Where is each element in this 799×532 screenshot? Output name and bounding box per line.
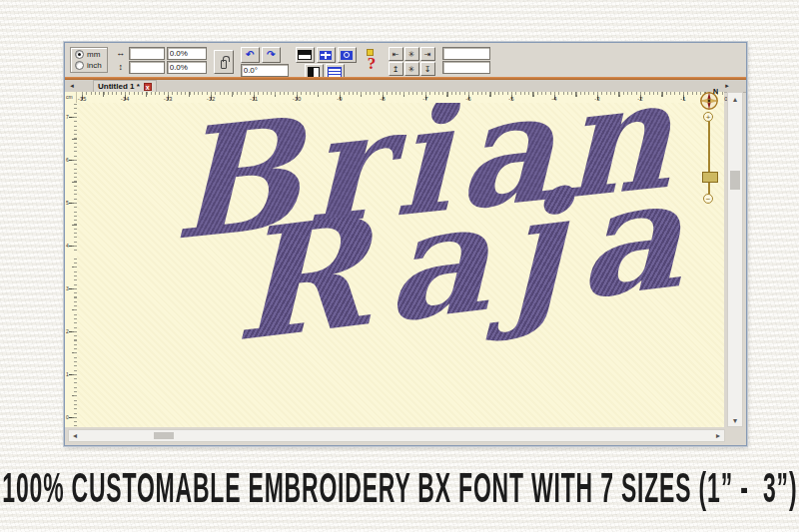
h-ruler-label: -2 (637, 96, 642, 102)
height-icon: ↕ (115, 61, 127, 74)
lock-icon (221, 60, 227, 69)
tab-scroll-left-icon[interactable]: ◂ (67, 81, 77, 91)
h-ruler-label: -12 (207, 96, 216, 102)
position-fields-group (442, 47, 490, 74)
undo-button[interactable]: ↶ (241, 47, 260, 63)
v-ruler: 76543210 (65, 103, 77, 427)
horizontal-scrollbar-thumb[interactable] (154, 432, 174, 439)
h-ruler-label: -13 (164, 96, 173, 102)
caption-text: 100% CUSTOMABLE EMBROIDERY BX FONT WITH … (2, 464, 797, 512)
width-input[interactable] (129, 47, 165, 60)
page-background: mm inch ↔ ↕ (0, 0, 799, 532)
radio-unchecked-icon (75, 61, 84, 70)
h-ruler-label: -1 (680, 96, 685, 102)
alignment-group: ⇤ ✳ ⇥ ↥ ✳ ↧ (389, 47, 435, 76)
question-mark-icon: ? (368, 54, 377, 74)
vertical-scrollbar-thumb[interactable] (730, 171, 740, 190)
contrast-view-button[interactable] (296, 47, 315, 63)
unit-mm-radio[interactable]: mm (75, 50, 102, 59)
zoom-slider-track[interactable] (708, 121, 710, 195)
zoom-out-icon[interactable]: − (703, 194, 713, 204)
ruler-unit-label: cm (65, 92, 77, 103)
v-ruler-label: 3 (66, 285, 69, 291)
lines-icon (328, 67, 342, 78)
v-ruler-label: 1 (66, 371, 69, 377)
move-arrows-icon (320, 51, 332, 60)
position-y-input[interactable] (442, 61, 490, 74)
tab-close-icon[interactable]: x (144, 83, 152, 91)
h-ruler-label: -11 (250, 96, 258, 102)
undo-rotate-group: ↶ ↷ (241, 47, 289, 77)
size-fields-group: ↔ ↕ (115, 47, 207, 74)
compass-north-label: N (713, 88, 718, 95)
tab-label: Untitled 1 * (98, 82, 140, 91)
position-x-input[interactable] (442, 47, 490, 60)
h-ruler-label: -4 (551, 96, 556, 102)
align-center-v-button[interactable]: ✳ (404, 62, 419, 76)
align-left-button[interactable]: ⇤ (389, 47, 403, 61)
height-scale-input[interactable] (167, 61, 207, 74)
h-ruler-label: -8 (380, 96, 385, 102)
half-square-icon (308, 67, 320, 78)
h-ruler: -15-14-13-12-11-10-9-8-7-6-5-4-3-2-10 (77, 92, 724, 103)
scroll-down-icon[interactable]: ▾ (728, 414, 742, 426)
caption-banner: 100% CUSTOMABLE EMBROIDERY BX FONT WITH … (0, 463, 799, 513)
h-ruler-label: -7 (422, 96, 427, 102)
h-ruler-label: -9 (337, 96, 342, 102)
zoom-selection-button[interactable] (338, 47, 357, 63)
h-ruler-label: -3 (594, 96, 599, 102)
tab-untitled-1[interactable]: Untitled 1 * x (93, 80, 157, 92)
align-top-button[interactable]: ↥ (389, 62, 403, 76)
fit-window-button[interactable] (317, 47, 336, 63)
align-center-h-button[interactable]: ✳ (404, 47, 419, 61)
v-ruler-label: 0 (66, 414, 69, 420)
align-bottom-button[interactable]: ↧ (420, 62, 435, 76)
v-ruler-label: 4 (66, 243, 69, 249)
v-ruler-label: 6 (66, 157, 69, 163)
unit-inch-radio[interactable]: inch (75, 61, 102, 70)
scroll-left-icon[interactable]: ◂ (69, 430, 81, 441)
h-ruler-label: -15 (78, 96, 87, 102)
radio-checked-icon (75, 50, 84, 59)
lock-proportions-button[interactable] (214, 50, 234, 74)
help-button[interactable]: ? (364, 48, 382, 76)
vertical-scrollbar[interactable]: ▴ ▾ (727, 92, 743, 427)
height-input[interactable] (129, 61, 165, 74)
toolbar: mm inch ↔ ↕ (65, 43, 746, 77)
scroll-right-icon[interactable]: ▸ (712, 430, 724, 441)
contrast-icon (298, 50, 312, 60)
tab-scroll-right-icon[interactable]: ▸ (722, 81, 732, 91)
h-ruler-label: -6 (465, 96, 470, 102)
zoom-area-icon (341, 51, 353, 60)
h-ruler-label: -10 (293, 96, 302, 102)
width-icon: ↔ (115, 47, 127, 60)
v-ruler-label: 7 (66, 114, 69, 120)
v-ruler-label: 5 (66, 200, 69, 206)
scroll-up-icon[interactable]: ▴ (728, 93, 742, 105)
redo-button[interactable]: ↷ (262, 47, 281, 63)
unit-mm-label: mm (87, 50, 100, 59)
zoom-slider-handle[interactable] (702, 172, 718, 183)
h-ruler-label: -5 (508, 96, 513, 102)
v-ruler-label: 2 (66, 328, 69, 334)
rotation-input[interactable] (241, 64, 289, 77)
unit-selector: mm inch (70, 47, 108, 73)
view-tools-group (296, 47, 357, 80)
width-scale-input[interactable] (167, 47, 207, 60)
horizontal-scrollbar[interactable]: ◂ ▸ (68, 429, 725, 442)
h-ruler-label: -14 (121, 96, 130, 102)
align-right-button[interactable]: ⇥ (420, 47, 435, 61)
embroidery-app-window: mm inch ↔ ↕ (64, 42, 747, 446)
design-canvas[interactable]: Brian Raja (77, 103, 724, 427)
unit-inch-label: inch (87, 61, 102, 70)
zoom-in-icon[interactable]: + (703, 112, 713, 122)
